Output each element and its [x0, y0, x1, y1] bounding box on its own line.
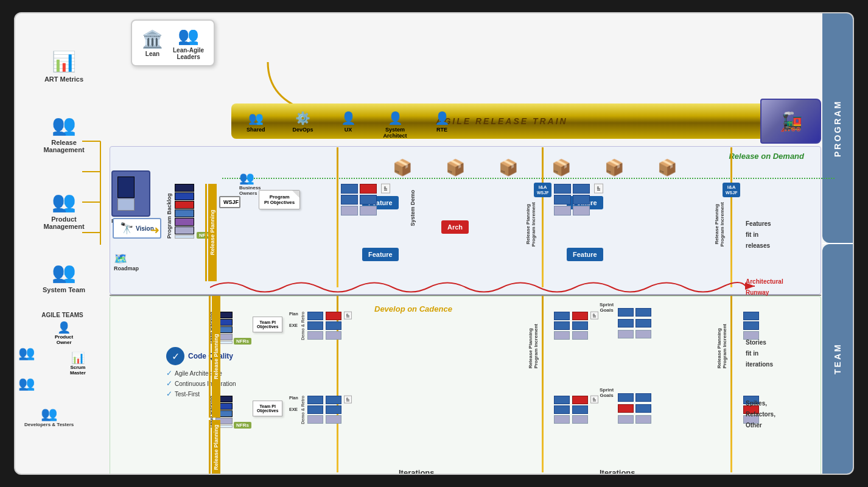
agile-teams-section: AGILE TEAMS 👤 ProductOwner 📊 ScrumMaster… — [15, 312, 110, 443]
release-planning-team-section: Release Planning — [209, 296, 220, 418]
demo-retro-2: Demo & Retro — [301, 396, 305, 424]
team-iter-cols-4 — [554, 396, 588, 424]
release-on-demand-label: Release on Demand — [729, 152, 804, 161]
iterations-2-text: Iterations — [600, 468, 635, 475]
team-pi-obj-2: Team PIObjectives — [253, 401, 282, 416]
system-demo-label: System Demo — [410, 190, 416, 226]
check-1: ✓ — [166, 369, 172, 377]
persona-architect-icon: 👤 — [388, 111, 403, 125]
team-circle-2: 👥 — [18, 376, 35, 391]
package-3: 📦 — [499, 158, 518, 177]
diagram-container: PROGRAM TEAM 🏛️ Lean 👥 Lean-Agile Leader… — [14, 12, 854, 475]
golden-line-1 — [337, 147, 338, 287]
persona-shared-label: Shared — [247, 127, 265, 133]
team-iter-col-e — [554, 312, 570, 340]
team-pi-label-1: Release PlanningProgram Increment — [528, 324, 539, 368]
delivery-packages: 📦 📦 📦 📦 📦 📦 — [393, 158, 677, 177]
architectural-runway: ArchitecturalRunway — [746, 275, 783, 297]
program-epics-box — [111, 170, 150, 217]
product-owner: 👤 ProductOwner — [55, 321, 73, 345]
ip-box-1: IP — [381, 184, 390, 194]
train-engine-icon: 🚂 — [780, 111, 802, 132]
iter-col-2 — [360, 184, 377, 215]
package-5: 📦 — [604, 158, 624, 177]
release-on-demand: Release on Demand — [729, 150, 804, 161]
persona-devops: ⚙️ DevOps — [293, 111, 313, 139]
team-iter-row-4: IP — [554, 396, 598, 424]
team-iter-cols-3 — [554, 312, 588, 340]
ci-item: ✓ Continuous Integration — [166, 379, 236, 388]
team-iter-cols-1 — [307, 312, 341, 340]
sidebar-item-art-metrics[interactable]: 📊 ART Metrics — [44, 50, 83, 83]
team-nfr-2-wrapper: NFRs — [234, 396, 251, 429]
stories-fit-section: Storiesfit initerations — [746, 336, 773, 369]
persona-shared: 👥 Shared — [247, 111, 265, 139]
golden-line-3 — [730, 147, 732, 287]
release-management-label: ReleaseManagement — [43, 139, 84, 153]
pi-label-1: Release PlanningProgram Increment — [525, 202, 536, 247]
sidebar-item-release-management[interactable]: 👥 ReleaseManagement — [43, 113, 84, 153]
team-iter-col-g — [554, 396, 570, 424]
team-iter-col-d — [326, 396, 341, 424]
test-first-item: ✓ Test-First — [166, 390, 236, 398]
dev-testers-label: Developers & Testers — [24, 422, 74, 427]
scrum-master: 📊 ScrumMaster — [70, 351, 86, 376]
release-planning-team-line-2 — [209, 420, 211, 475]
persona-shared-icon: 👥 — [248, 111, 264, 125]
lean-agile-leaders-item: 👥 Lean-Agile Leaders — [173, 26, 204, 60]
feature-box-4: Feature — [567, 248, 603, 261]
iter-col-4 — [573, 184, 590, 215]
code-quality-header: ✓ Code Quality — [166, 347, 236, 365]
lean-agile-label: Lean-Agile Leaders — [173, 47, 204, 60]
golden-line-team-3 — [730, 296, 732, 472]
dev-testers: 👥 Developers & Testers — [24, 406, 74, 427]
scrum-master-label: ScrumMaster — [70, 365, 86, 376]
sidebar-item-product-management[interactable]: 👥 ProductManagement — [43, 190, 84, 230]
package-6: 📦 — [657, 158, 677, 177]
develop-on-cadence: Develop on Cadence — [374, 303, 452, 314]
sidebar-item-system-team[interactable]: 👥 System Team — [43, 261, 85, 293]
ip-team-3: IP — [590, 312, 598, 320]
wsjf-box: WSJF — [219, 196, 240, 208]
persona-architect-label: System Architect — [383, 127, 407, 139]
exe-label-1: EXE — [289, 323, 298, 328]
code-quality-section: ✓ Code Quality ✓ Agile Architecture ✓ Co… — [166, 347, 236, 400]
feature-2: Feature — [362, 248, 399, 261]
program-epics-section: Program Epics — [111, 170, 150, 224]
plan-exe-2: Plan EXE — [289, 396, 298, 412]
arch-box: Arch — [441, 220, 469, 234]
team-iter-col-h — [572, 396, 588, 424]
dev-testers-icon: 👥 — [41, 406, 57, 422]
team-hierarchy: 👤 ProductOwner 📊 ScrumMaster 👥 👥 👥 Devel… — [15, 321, 110, 443]
business-owners-label: BusinessOwners — [239, 185, 261, 196]
features-fit-label: Featuresfit inreleases — [746, 220, 771, 249]
iter-cols-1 — [341, 184, 377, 215]
ip-team-4: IP — [590, 396, 598, 404]
iterations-label-2: Iterations — [600, 467, 635, 475]
team-members-icon-2: 👥 — [18, 376, 35, 391]
team-iter-row-2: Plan EXE Demo & Retro IP — [289, 396, 352, 424]
train-personas: 👥 Shared ⚙️ DevOps 👤 UX 👤 System Archite… — [247, 111, 450, 139]
check-2: ✓ — [166, 379, 172, 388]
team-nfr-1: NFRs — [234, 338, 251, 345]
program-label: PROGRAM — [822, 13, 853, 243]
golden-line-2 — [542, 147, 544, 287]
art-metrics-label: ART Metrics — [44, 75, 83, 83]
iter-block-1: IP — [341, 184, 390, 215]
train-engine: 🚂 — [760, 99, 821, 144]
feature-4: Feature — [567, 248, 603, 261]
ia-badge-1-inner: I&AWSJF — [534, 183, 551, 197]
scrum-master-icon: 📊 — [71, 351, 85, 365]
team-circle-1: 👥 — [18, 345, 35, 361]
product-owner-icon: 👤 — [57, 321, 71, 334]
persona-devops-label: DevOps — [293, 127, 313, 133]
pi-label-2: Release PlanningProgram Increment — [714, 202, 725, 247]
sprint-goal-boxes-3 — [618, 330, 651, 338]
sprint-goal-boxes-1 — [618, 308, 651, 317]
package-4: 📦 — [551, 158, 571, 177]
ip-team-1: IP — [344, 312, 352, 320]
release-planning-label: Release Planning — [208, 184, 217, 281]
business-owners-section: 👥 BusinessOwners — [239, 170, 261, 196]
demo-retro-1: Demo & Retro — [301, 312, 305, 340]
lean-label: Lean — [145, 51, 159, 57]
